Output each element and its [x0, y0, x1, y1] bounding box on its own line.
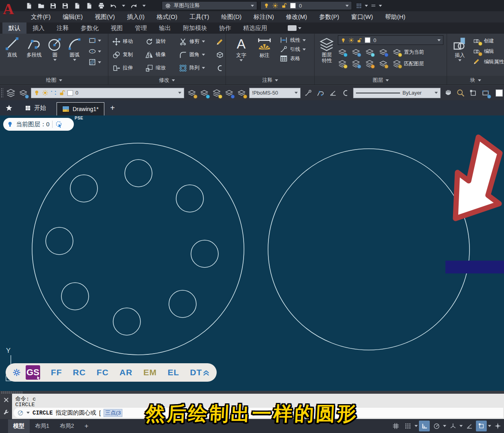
new-file-icon[interactable]: [26, 2, 33, 9]
circle-caret[interactable]: [53, 59, 57, 61]
set-current-button[interactable]: 置为当前: [392, 48, 424, 56]
linear-caret[interactable]: [303, 39, 306, 41]
scale-button[interactable]: 缩放: [145, 64, 179, 72]
explode-button[interactable]: [216, 51, 226, 59]
spline-edit-button[interactable]: [328, 88, 338, 98]
menu-item-view[interactable]: 视图(V): [89, 13, 121, 21]
quickbar-item-el[interactable]: EL: [168, 368, 179, 377]
previous-layer-button[interactable]: [18, 88, 28, 98]
ribbon-tab-view[interactable]: 视图: [105, 22, 129, 34]
layer-off-tb-button[interactable]: [199, 88, 209, 98]
rotate-button[interactable]: 旋转: [145, 38, 179, 46]
drawing-canvas[interactable]: Y 当前图层：0: [0, 115, 504, 391]
quickbar-item-dt[interactable]: DT: [190, 368, 202, 377]
ribbon-tab-addins[interactable]: 附加模块: [177, 22, 213, 34]
insert-block-caret[interactable]: [458, 59, 461, 61]
save-icon[interactable]: [50, 2, 57, 9]
menu-item-draw[interactable]: 绘图(D): [215, 13, 248, 21]
open-from-web-icon[interactable]: [74, 2, 81, 9]
edit-attributes-button[interactable]: 编辑属性: [473, 58, 504, 66]
layer-on-tb-button[interactable]: [212, 88, 222, 98]
mirror-button[interactable]: 镜像: [145, 51, 179, 59]
ribbon-tab-output[interactable]: 输出: [153, 22, 177, 34]
make-object-layer-current-button[interactable]: [187, 88, 197, 98]
redo-dropdown-caret[interactable]: [142, 5, 146, 7]
start-grid-icon[interactable]: [25, 105, 31, 111]
save-to-web-icon[interactable]: [86, 2, 93, 9]
ribbon-layer-dropdown[interactable]: 0: [338, 35, 443, 45]
menu-item-window[interactable]: 窗口(W): [345, 13, 379, 21]
create-block-button[interactable]: 创建: [473, 37, 504, 45]
insert-block-button[interactable]: 插入: [449, 34, 470, 66]
layer-unlock-button[interactable]: [379, 60, 388, 68]
line-button[interactable]: 直线: [2, 34, 22, 66]
match-properties-button[interactable]: [341, 88, 350, 98]
plot-icon[interactable]: [98, 2, 105, 9]
move-button[interactable]: 移动: [112, 38, 145, 46]
trail-caret-2[interactable]: [379, 5, 382, 7]
fillet-button[interactable]: 圆角: [179, 51, 216, 59]
layer-freeze-button[interactable]: [365, 48, 374, 56]
quickbar-item-rc[interactable]: RC: [73, 368, 85, 377]
layer-properties-button[interactable]: 图层特性: [317, 35, 336, 68]
menu-item-help[interactable]: 帮助(H): [379, 13, 411, 21]
layer-properties-toolbar-button[interactable]: [6, 88, 16, 98]
undo-dropdown-caret[interactable]: [122, 5, 125, 7]
start-tab[interactable]: 开始: [34, 104, 46, 112]
trim-caret[interactable]: [202, 40, 205, 42]
menu-item-format[interactable]: 格式(O): [150, 13, 183, 21]
open-file-icon[interactable]: [38, 2, 45, 9]
rectangle-button[interactable]: [88, 36, 101, 45]
favorites-star-icon[interactable]: [5, 104, 13, 112]
quickbar-item-ar[interactable]: AR: [120, 368, 132, 377]
layer-unlock-tb-button[interactable]: [237, 88, 246, 98]
redo-icon[interactable]: [130, 2, 137, 9]
undo-icon[interactable]: [110, 2, 117, 9]
polyline-edit-button[interactable]: [316, 88, 325, 98]
layer-isolate-button[interactable]: [352, 48, 360, 56]
pan-button[interactable]: [443, 88, 453, 98]
array-button[interactable]: 阵列: [179, 64, 216, 72]
block-panel-label[interactable]: 块: [447, 76, 504, 85]
annotation-panel-label[interactable]: 注释: [226, 76, 314, 85]
ribbon-tab-insert[interactable]: 插入: [26, 22, 51, 34]
zoom-button[interactable]: [456, 88, 465, 98]
trail-caret-1[interactable]: [365, 5, 368, 7]
menu-item-parametric[interactable]: 参数(P): [313, 13, 345, 21]
copy-button[interactable]: 复制: [112, 51, 145, 59]
ribbon-collapse-button[interactable]: [288, 22, 301, 34]
circle-button[interactable]: 圆: [46, 34, 64, 66]
polyline-button[interactable]: 多段线: [22, 34, 46, 66]
menu-item-file[interactable]: 文件(F): [25, 13, 57, 21]
leader-caret[interactable]: [303, 49, 306, 51]
ribbon-tab-featured[interactable]: 精选应用: [237, 22, 273, 34]
match-layer-button[interactable]: 匹配图层: [392, 60, 424, 68]
draw-panel-label[interactable]: 绘图: [0, 76, 108, 85]
customize-menu-icon[interactable]: [371, 3, 376, 8]
table-button[interactable]: 表格: [280, 55, 306, 63]
offset-button[interactable]: [216, 64, 226, 72]
new-drawing-plus-button[interactable]: +: [110, 103, 115, 113]
zoom-window-button[interactable]: [468, 88, 478, 98]
layer-lock-tb-button[interactable]: [224, 88, 234, 98]
stretch-button[interactable]: 拉伸: [112, 64, 145, 72]
layer-lock-button[interactable]: [379, 48, 388, 56]
ellipse-button[interactable]: [88, 47, 101, 55]
hatch-button[interactable]: [88, 58, 101, 66]
arc-button[interactable]: 圆弧: [64, 34, 85, 66]
linear-dim-button[interactable]: 线性: [280, 36, 306, 44]
workspace-dropdown[interactable]: 草图与注释: [162, 1, 257, 10]
array-dots-icon[interactable]: [356, 3, 362, 9]
qat-layer-control[interactable]: 0: [260, 1, 352, 10]
fillet-caret[interactable]: [202, 54, 205, 56]
quickbar-item-ff[interactable]: FF: [51, 368, 62, 377]
modify-panel-label[interactable]: 修改: [108, 76, 226, 85]
leader-button[interactable]: 引线: [280, 45, 306, 53]
trim-button[interactable]: 修剪: [179, 38, 216, 46]
ribbon-tab-manage[interactable]: 管理: [129, 22, 153, 34]
layers-panel-label[interactable]: 图层: [315, 76, 447, 85]
menu-item-modify[interactable]: 修改(M): [280, 13, 313, 21]
drawing-tab[interactable]: 10 Drawing1*: [57, 102, 104, 115]
ribbon-tab-parametric[interactable]: 参数化: [75, 22, 105, 34]
dimension-button[interactable]: 标注: [254, 34, 275, 63]
